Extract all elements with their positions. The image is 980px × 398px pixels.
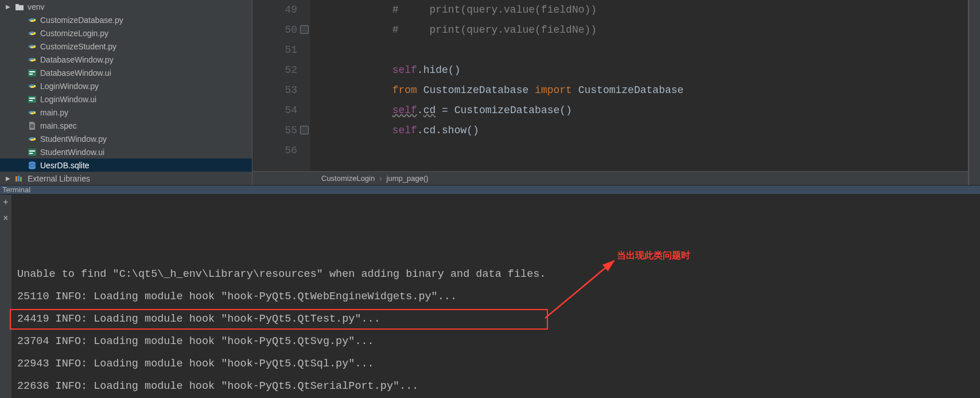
tree-file-label: main.py	[40, 108, 68, 117]
svg-rect-13	[20, 177, 22, 181]
gutter-line: 50	[252, 20, 297, 40]
gutter-line: 54	[252, 101, 297, 121]
tree-file-label: CustomizeLogin.py	[40, 29, 108, 38]
db-file-icon	[28, 161, 37, 170]
svg-rect-7	[29, 150, 35, 152]
code-line[interactable]: self.cd.show()	[318, 121, 968, 141]
tree-file-DatabaseWindow-py[interactable]: DatabaseWindow.py	[0, 53, 252, 66]
terminal-line: 22943 INFO: Loading module hook "hook-Py…	[17, 353, 980, 375]
py-file-icon	[28, 16, 37, 25]
code-line[interactable]: # print(query.value(fieldNo))	[318, 0, 968, 20]
py-file-icon	[28, 134, 37, 144]
chevron-right-icon: ▶	[6, 175, 11, 181]
folder-icon	[15, 2, 24, 11]
library-icon	[15, 174, 24, 183]
gutter-line: 49	[252, 0, 297, 20]
editor-code-area[interactable]: # print(query.value(fieldNo)) # print(qu…	[310, 0, 968, 171]
fold-marker-icon[interactable]	[300, 126, 309, 134]
editor-breadcrumb[interactable]: CustomizeLogin › jump_page()	[252, 171, 968, 185]
tree-folder-venv[interactable]: ▶ venv	[0, 0, 252, 13]
ui-file-icon	[28, 68, 37, 78]
py-file-icon	[28, 29, 37, 38]
svg-rect-4	[29, 98, 35, 99]
py-file-icon	[28, 55, 37, 64]
terminal-title: Terminal	[2, 186, 30, 194]
gutter-line: 53	[252, 80, 297, 101]
tree-file-LoginWindow-ui[interactable]: LoginWindow.ui	[0, 92, 252, 106]
tree-folder-label: venv	[28, 2, 45, 11]
annotation-text: 当出现此类问题时	[617, 244, 690, 266]
tree-file-label: CustomizeDatabase.py	[40, 16, 123, 25]
tree-file-label: DatabaseWindow.ui	[40, 68, 111, 78]
tree-file-CustomizeLogin-py[interactable]: CustomizeLogin.py	[0, 26, 252, 40]
close-terminal-icon[interactable]: ×	[3, 213, 8, 223]
code-line[interactable]: self.cd = CustomizeDatabase()	[318, 101, 968, 121]
editor-gutter: 4950515253545556	[252, 0, 310, 171]
terminal-line: 23704 INFO: Loading module hook "hook-Py…	[17, 330, 980, 353]
tree-file-main-spec[interactable]: main.spec	[0, 119, 252, 132]
tree-file-DatabaseWindow-ui[interactable]: DatabaseWindow.ui	[0, 66, 252, 79]
gutter-line: 56	[252, 141, 297, 161]
chevron-right-icon: ▶	[6, 3, 11, 10]
svg-rect-3	[28, 96, 36, 103]
tree-external-label: External Libraries	[28, 174, 90, 183]
breadcrumb-class[interactable]: CustomizeLogin	[321, 174, 375, 183]
code-line[interactable]: # print(query.value(fieldNe))	[318, 20, 968, 40]
code-line[interactable]: from CustomizeDatabase import CustomizeD…	[318, 80, 968, 101]
tree-file-main-py[interactable]: main.py	[0, 106, 252, 119]
code-line[interactable]: self.hide()	[318, 60, 968, 80]
tree-file-label: main.spec	[40, 121, 77, 130]
code-editor[interactable]: 4950515253545556 # print(query.value(fie…	[252, 0, 969, 185]
ui-file-icon	[28, 148, 37, 157]
svg-rect-6	[28, 149, 36, 156]
chevron-right-icon: ›	[379, 174, 382, 183]
terminal-line: 25110 INFO: Loading module hook "hook-Py…	[17, 285, 980, 308]
tree-file-label: StudentWindow.py	[40, 134, 107, 144]
svg-rect-8	[29, 153, 33, 154]
tree-file-label: LoginWindow.ui	[40, 95, 96, 104]
project-tree[interactable]: ▶ venv CustomizeDatabase.pyCustomizeLogi…	[0, 0, 252, 185]
tree-file-label: LoginWindow.py	[40, 82, 99, 91]
tree-file-UesrDB-sqlite[interactable]: UesrDB.sqlite	[0, 159, 252, 172]
py-file-icon	[28, 108, 37, 117]
spec-file-icon	[28, 121, 37, 130]
terminal-output[interactable]: Unable to find "C:\qt5\_h_env\Library\re…	[11, 195, 980, 398]
tree-file-label: DatabaseWindow.py	[40, 55, 114, 64]
tree-file-LoginWindow-py[interactable]: LoginWindow.py	[0, 79, 252, 92]
tree-file-CustomizeDatabase-py[interactable]: CustomizeDatabase.py	[0, 13, 252, 26]
svg-rect-0	[28, 69, 36, 76]
terminal-line: 24419 INFO: Loading module hook "hook-Py…	[17, 308, 980, 330]
breadcrumb-method[interactable]: jump_page()	[387, 174, 429, 183]
add-terminal-icon[interactable]: +	[3, 197, 8, 207]
py-file-icon	[28, 42, 37, 51]
svg-rect-12	[18, 176, 20, 181]
gutter-line: 55	[252, 121, 297, 141]
svg-rect-1	[29, 71, 35, 72]
tree-file-CustomizeStudent-py[interactable]: CustomizeStudent.py	[0, 40, 252, 53]
code-line[interactable]	[318, 141, 968, 161]
terminal-line: 22636 INFO: Loading module hook "hook-Py…	[17, 375, 980, 397]
tree-file-label: UesrDB.sqlite	[40, 161, 90, 170]
terminal-side-toolbar: + ×	[0, 195, 11, 398]
py-file-icon	[28, 82, 37, 91]
ui-file-icon	[28, 95, 37, 104]
tree-file-StudentWindow-ui[interactable]: StudentWindow.ui	[0, 145, 252, 159]
code-line[interactable]	[318, 40, 968, 60]
svg-point-9	[29, 161, 36, 164]
tree-file-label: CustomizeStudent.py	[40, 42, 116, 51]
svg-rect-5	[29, 100, 33, 101]
terminal-tab-header[interactable]: Terminal	[0, 185, 980, 195]
svg-rect-11	[15, 176, 17, 181]
tree-external-libs[interactable]: ▶ External Libraries	[0, 172, 252, 185]
fold-marker-icon[interactable]	[300, 25, 309, 34]
right-gutter	[969, 0, 980, 185]
tree-file-list: CustomizeDatabase.pyCustomizeLogin.pyCus…	[0, 13, 252, 172]
gutter-line: 52	[252, 60, 297, 80]
tree-file-StudentWindow-py[interactable]: StudentWindow.py	[0, 132, 252, 145]
tree-file-label: StudentWindow.ui	[40, 148, 104, 157]
svg-rect-2	[29, 74, 33, 75]
terminal-panel: + × Unable to find "C:\qt5\_h_env\Librar…	[0, 195, 980, 398]
gutter-line: 51	[252, 40, 297, 60]
terminal-line: Unable to find "C:\qt5\_h_env\Library\re…	[17, 263, 980, 285]
